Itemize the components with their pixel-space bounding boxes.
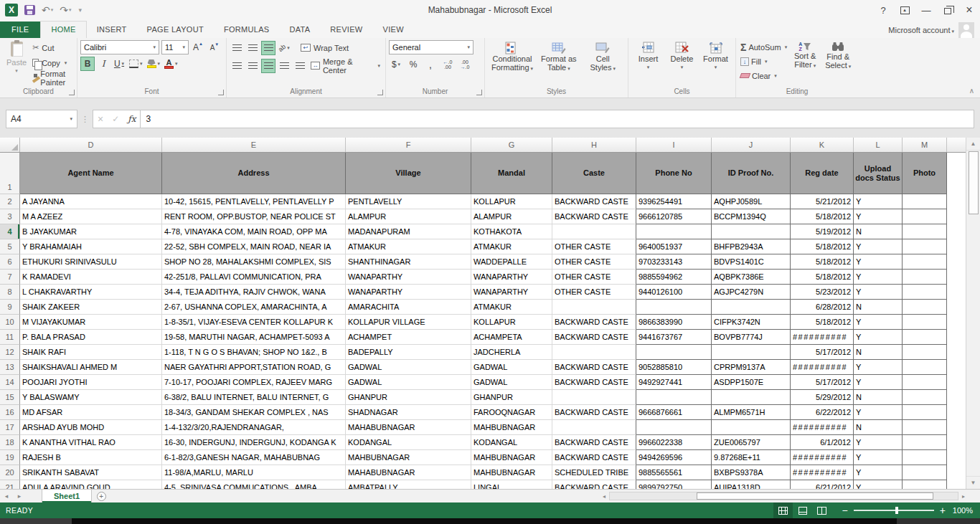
cell[interactable]: ALMPM6571H — [712, 405, 791, 420]
cell[interactable]: AMBATPALLY — [346, 480, 471, 489]
clear-button[interactable]: Clear — [739, 69, 788, 82]
row-header[interactable]: 16 — [0, 405, 20, 420]
cell[interactable]: 9052885810 — [636, 360, 712, 375]
row-header[interactable]: 3 — [0, 209, 20, 224]
close-button[interactable]: × — [958, 1, 980, 19]
cell[interactable] — [552, 345, 636, 360]
cell[interactable]: BADEPALLY — [346, 345, 471, 360]
insert-cells-button[interactable]: Insert▾ — [631, 40, 665, 73]
sheet-nav-left-icon[interactable]: ◂ — [0, 490, 13, 502]
cell[interactable]: OTHER CASTE — [552, 254, 636, 270]
table-header-cell[interactable]: Reg date — [791, 153, 854, 194]
cell[interactable]: BHFPB2943A — [712, 239, 791, 254]
cell[interactable]: GADWAL — [346, 375, 471, 390]
cell[interactable]: A JAYANNA — [20, 194, 162, 209]
cell[interactable] — [903, 480, 947, 489]
delete-cells-button[interactable]: Delete▾ — [665, 40, 699, 73]
cell[interactable] — [712, 345, 791, 360]
cell[interactable]: POOJARI JYOTHI — [20, 375, 162, 390]
scroll-right-icon[interactable]: ▸ — [958, 493, 969, 500]
increase-font-size-button[interactable]: A▲ — [191, 40, 205, 54]
cell[interactable]: KOLLAPUR VILLAGE — [346, 315, 471, 330]
cell[interactable]: OTHER CASTE — [552, 270, 636, 285]
cell[interactable]: Y — [854, 375, 903, 390]
horizontal-scroll-thumb[interactable] — [697, 492, 933, 500]
row-header[interactable]: 19 — [0, 450, 20, 465]
name-box-dropdown-icon[interactable]: ▾ — [70, 116, 72, 122]
ribbon-display-options-button[interactable]: ▴ — [894, 1, 915, 19]
paste-button[interactable]: Paste▾ — [3, 40, 30, 77]
cell[interactable]: BXBPS9378A — [712, 465, 791, 480]
cell[interactable]: MAHBUBNAGAR — [471, 420, 552, 435]
cell[interactable]: ########## — [791, 330, 854, 345]
cell[interactable]: 2-67, USHANNA COPLEX, AMARACHINTA, A — [162, 300, 346, 315]
cell[interactable]: ATMAKUR — [471, 239, 552, 254]
row-header[interactable]: 8 — [0, 285, 20, 300]
cell[interactable]: MADANAPURAM — [346, 224, 471, 239]
cell[interactable]: Y — [854, 285, 903, 300]
cell[interactable]: 5/23/2012 — [791, 285, 854, 300]
cell[interactable] — [903, 450, 947, 465]
tab-file[interactable]: FILE — [0, 22, 40, 38]
decrease-decimal-button[interactable]: .00→.0 — [458, 57, 472, 72]
cell[interactable]: ALAMPUR — [346, 209, 471, 224]
zoom-slider[interactable] — [854, 510, 934, 511]
tab-home[interactable]: HOME — [40, 21, 86, 38]
cell[interactable]: AQHPJ0589L — [712, 194, 791, 209]
enter-icon[interactable]: ✓ — [112, 114, 119, 124]
cell[interactable]: 5/19/2012 — [791, 224, 854, 239]
cell[interactable]: Y BRAHAMAIAH — [20, 239, 162, 254]
font-family-select[interactable]: Calibri▾ — [80, 40, 159, 54]
row-header[interactable]: 11 — [0, 330, 20, 345]
cell[interactable]: AMARACHITA — [346, 300, 471, 315]
cell[interactable]: ASDPP1507E — [712, 375, 791, 390]
collapse-ribbon-icon[interactable]: ∧ — [969, 87, 974, 95]
cell[interactable]: ACHAMPET — [346, 330, 471, 345]
row-header[interactable]: 18 — [0, 435, 20, 450]
cell[interactable] — [712, 224, 791, 239]
cell[interactable]: 9494269596 — [636, 450, 712, 465]
cell[interactable]: KOLLAPUR — [471, 315, 552, 330]
font-size-select[interactable]: 11▾ — [161, 40, 189, 54]
cell[interactable] — [552, 224, 636, 239]
cell[interactable]: 9666876661 — [636, 405, 712, 420]
cell[interactable] — [636, 224, 712, 239]
cell[interactable]: ATMAKUR — [471, 300, 552, 315]
cell[interactable]: ########## — [791, 420, 854, 435]
account-label[interactable]: Microsoft account — [888, 26, 954, 34]
cell[interactable]: KOLLAPUR — [471, 194, 552, 209]
cell[interactable]: 1-8-35/1, VIJAY-ESEVA CENTER KOLLAPUR K — [162, 315, 346, 330]
cell[interactable]: N — [854, 345, 903, 360]
scroll-up-icon[interactable]: ▲ — [966, 138, 980, 151]
cell[interactable]: 9640051937 — [636, 239, 712, 254]
cell[interactable]: 9.87268E+11 — [712, 450, 791, 465]
table-header-cell[interactable]: Agent Name — [20, 153, 162, 194]
cell[interactable] — [903, 330, 947, 345]
cell[interactable]: B JAYAKUMAR — [20, 224, 162, 239]
horizontal-scroll-track[interactable] — [609, 492, 958, 500]
cell[interactable]: BACKWARD CASTE — [552, 330, 636, 345]
column-letter[interactable]: M — [903, 138, 947, 152]
name-box[interactable]: A4▾ — [6, 110, 77, 128]
orientation-button[interactable]: ab — [277, 41, 291, 55]
cell[interactable]: Y — [854, 480, 903, 489]
cell[interactable]: Y — [854, 239, 903, 254]
cell[interactable]: 9441673767 — [636, 330, 712, 345]
page-break-view-button[interactable] — [812, 502, 831, 518]
cell[interactable]: ALAMPUR — [471, 209, 552, 224]
cell[interactable] — [903, 239, 947, 254]
cell[interactable]: SHAIK RAFI — [20, 345, 162, 360]
cell[interactable]: MAHBUBNAGAR — [471, 450, 552, 465]
cell[interactable]: CIFPK3742N — [712, 315, 791, 330]
cell[interactable]: PENTLAVELLY — [346, 194, 471, 209]
middle-align-button[interactable] — [245, 41, 260, 55]
row-header[interactable]: 17 — [0, 420, 20, 435]
cell[interactable]: FAROOQNAGAR — [471, 405, 552, 420]
cell[interactable]: Y — [854, 465, 903, 480]
cell[interactable]: ETHUKURI SRINIVASULU — [20, 254, 162, 270]
cell[interactable] — [636, 420, 712, 435]
cell[interactable] — [636, 300, 712, 315]
cell[interactable]: OTHER CASTE — [552, 239, 636, 254]
cell[interactable]: Y — [854, 209, 903, 224]
cell[interactable]: 1-4-132/3/20,RAJENDRANAGAR, — [162, 420, 346, 435]
